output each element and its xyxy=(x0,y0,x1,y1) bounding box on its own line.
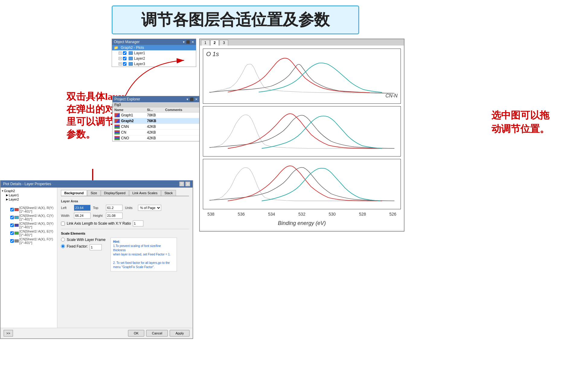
layer-area-label: Layer Area xyxy=(61,199,189,203)
cn-f-checkbox[interactable] xyxy=(10,239,14,243)
cn-d-color xyxy=(14,224,19,227)
graph2-icon xyxy=(114,119,120,123)
pin-icon[interactable]: ▾ xyxy=(183,40,185,44)
link-ratio-input[interactable] xyxy=(133,220,143,226)
o1s-label: O 1s xyxy=(206,51,219,58)
layer3-item[interactable]: + Layer3 xyxy=(112,61,196,67)
cn-n-label: CN-N xyxy=(385,93,398,99)
scale-with-frame-row: Scale With Layer Frame xyxy=(61,238,106,242)
layer1-label: Layer1 xyxy=(134,51,145,55)
layer2-checkbox[interactable] xyxy=(123,57,126,60)
hint-line3: 2. To set fixed factor for all layers,go… xyxy=(113,261,170,264)
fixed-factor-radio[interactable] xyxy=(61,244,65,248)
tree-cn-r-node[interactable]: [CN]Sheet1! A(X), R(Y) [1*-401*] xyxy=(1,206,57,214)
tree-graph2-node[interactable]: ▾ Graph2 xyxy=(1,189,57,193)
proj-fig-label: Fig3 xyxy=(114,103,121,106)
dock-icon[interactable]: ⬛ xyxy=(186,40,190,44)
expand-layer1-icon[interactable]: + xyxy=(119,52,122,55)
tab-stack[interactable]: Stack xyxy=(161,190,176,196)
table-row[interactable]: CN 42KB xyxy=(113,130,200,135)
scale-with-frame-label: Scale With Layer Frame xyxy=(67,238,106,242)
object-manager-panel: Object Manager ▾ ⬛ ✕ 📁 Graph2 - Plots + … xyxy=(112,39,196,67)
expand-graph2-icon: ▾ xyxy=(2,189,3,192)
height-input[interactable] xyxy=(106,213,123,219)
left-input[interactable] xyxy=(74,205,91,211)
tree-cn-d-node[interactable]: [CN]Sheet1! A(X), D(Y) [1*-401*] xyxy=(1,221,57,229)
close-icon2[interactable]: ✕ xyxy=(195,97,198,101)
fixed-factor-input[interactable] xyxy=(90,244,102,250)
row-name-cno: CNO xyxy=(114,136,147,140)
x-532: 532 xyxy=(298,212,305,217)
cn-e-checkbox[interactable] xyxy=(10,231,14,235)
spectrum-main-curve xyxy=(209,64,394,93)
dock-icon2[interactable]: ⬛ xyxy=(190,97,194,101)
col-name: Name xyxy=(114,108,147,112)
cn-d-checkbox[interactable] xyxy=(10,223,14,227)
spectrum-box-2 xyxy=(203,106,401,157)
link-axis-row: Link Axis Length to Scale with X:Y Ratio xyxy=(61,220,189,226)
tab-background[interactable]: Background xyxy=(61,190,87,196)
tree-cn-c-node[interactable]: [CN]Sheet1! A(X), C(Y) [1*-401*] xyxy=(1,214,57,221)
layer1-checkbox[interactable] xyxy=(123,51,126,55)
tree-layer2-node[interactable]: ▶ Layer2 xyxy=(1,197,57,201)
tab-link-axes[interactable]: Link Axes Scales xyxy=(129,190,161,196)
chevron-button[interactable]: >> xyxy=(4,330,13,337)
cn-r-checkbox[interactable] xyxy=(10,208,14,211)
close-dialog-icon[interactable]: ✕ xyxy=(185,182,190,186)
top-input[interactable] xyxy=(106,205,123,211)
layer2-item[interactable]: + Layer2 xyxy=(112,56,196,61)
plot-right-panel: Background Size Display/Speed Link Axes … xyxy=(57,188,193,328)
tree-cn-f-node[interactable]: [CN]Sheet1! A(X), F(Y) [1*-401*] xyxy=(1,237,57,245)
tree-layer1-node[interactable]: ▶ Layer1 xyxy=(1,193,57,197)
plot-details-titlebar: Plot Details - Layer Properties ? ✕ xyxy=(1,180,193,188)
layer2-tree-label: Layer2 xyxy=(9,198,19,201)
table-row[interactable]: CNN 42KB xyxy=(113,124,200,130)
cn-c-checkbox[interactable] xyxy=(10,216,14,219)
proj-panel-controls: ▾ ⬛ ✕ xyxy=(187,97,198,101)
graph-tab-3[interactable]: 3 xyxy=(219,40,228,46)
tree-cn-e-node[interactable]: [CN]Sheet1! A(X), E(Y) [1*-401*] xyxy=(1,229,57,237)
table-row[interactable]: Graph1 78KB xyxy=(113,112,200,118)
pin-icon2[interactable]: ▾ xyxy=(187,97,188,101)
tab-size[interactable]: Size xyxy=(87,190,100,196)
plot-details-dialog: Plot Details - Layer Properties ? ✕ ▾ Gr… xyxy=(0,180,193,339)
ok-button[interactable]: OK xyxy=(128,330,144,337)
expand-layer3-icon[interactable]: + xyxy=(119,62,122,65)
table-row[interactable]: CNO 42KB xyxy=(113,135,200,141)
table-row[interactable]: Graph2 76KB xyxy=(113,118,200,124)
units-select[interactable]: % of Page xyxy=(138,205,161,211)
spectrum-svg-2 xyxy=(203,106,401,156)
layer3-tree-label: Layer3 xyxy=(8,202,18,205)
link-axis-checkbox[interactable] xyxy=(61,222,65,226)
noise-curve1 xyxy=(209,64,394,93)
width-input[interactable] xyxy=(74,213,91,219)
apply-button[interactable]: Apply xyxy=(170,330,190,337)
layer3-checkbox[interactable] xyxy=(123,62,126,66)
cn-size: 42KB xyxy=(147,130,165,134)
spectrum-main-curve2 xyxy=(209,115,394,149)
close-icon[interactable]: ✕ xyxy=(191,40,194,44)
spectrum-box-3 xyxy=(203,159,401,209)
cn-r-color xyxy=(14,208,19,211)
left-top-row: Left Top Units % of Page xyxy=(61,205,189,211)
tab-display-speed[interactable]: Display/Speed xyxy=(101,190,129,196)
graph-tab-1[interactable]: 1 xyxy=(201,40,210,46)
tree-root-label: Graph2 - Plots xyxy=(121,46,144,50)
spectrum-svg-1 xyxy=(203,49,401,103)
x-axis-title: Binding energy (eV) xyxy=(203,220,401,226)
tree-root-item[interactable]: 📁 Graph2 - Plots xyxy=(112,45,196,50)
help-icon[interactable]: ? xyxy=(179,182,184,186)
layer1-item[interactable]: + Layer1 xyxy=(112,50,196,56)
expand-layer2-icon[interactable]: + xyxy=(119,57,122,60)
expand-layer3-tree-icon: ▾ xyxy=(6,202,8,205)
project-explorer-titlebar: Project Explorer ▾ ⬛ ✕ xyxy=(113,96,200,102)
top-label: Top xyxy=(93,206,104,210)
tree-layer3-node[interactable]: ▾ Layer3 xyxy=(1,201,57,206)
scale-with-frame-radio[interactable] xyxy=(61,238,65,242)
cancel-button[interactable]: Cancel xyxy=(146,330,168,337)
graph-tab-2[interactable]: 2 xyxy=(210,40,219,46)
graph2-name: Graph2 xyxy=(121,119,134,123)
cn-icon xyxy=(114,130,120,134)
expand-layer1-tree-icon: ▶ xyxy=(6,194,8,197)
cn-e-color xyxy=(14,232,19,235)
